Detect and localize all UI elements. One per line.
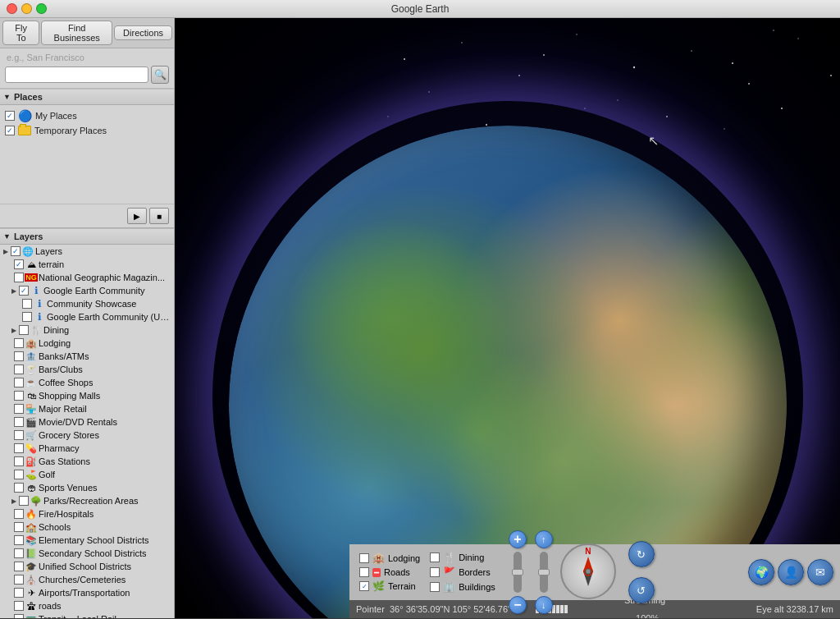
bottom-roads-icon: ━	[372, 568, 381, 577]
email-button[interactable]: ✉	[807, 559, 833, 585]
grocery-checkbox[interactable]	[14, 430, 24, 440]
map-area[interactable]: ↖ Image © 2005 MDA EarthSat ©2005 Google…	[175, 18, 840, 618]
tilt-up-button[interactable]: ↑	[535, 530, 553, 548]
layer-item-golf[interactable]: ⛳ Golf	[0, 468, 174, 481]
search-button[interactable]: 🔍	[151, 66, 169, 84]
layer-item-lodging[interactable]: 🏨 Lodging	[0, 337, 174, 350]
bottom-roads-checkbox[interactable]	[359, 567, 369, 577]
zoom-out-button[interactable]: −	[509, 596, 527, 614]
close-button[interactable]	[7, 3, 17, 14]
shopping-checkbox[interactable]	[14, 391, 24, 401]
layer-item-dining[interactable]: ▶ 🍴 Dining	[0, 323, 174, 337]
sports-checkbox[interactable]	[14, 483, 24, 493]
layer-item-parks[interactable]: ▶ 🌳 Parks/Recreation Areas	[0, 494, 174, 507]
layer-item-grocery[interactable]: 🛒 Grocery Stores	[0, 429, 174, 442]
places-section-header[interactable]: ▼ Places	[0, 89, 174, 105]
bottom-controls: 🏨 Lodging ━ Roads 🌿 Terrain �	[349, 544, 840, 600]
layer-item-terrain[interactable]: ⛰ terrain	[0, 258, 174, 271]
layer-item-coffee[interactable]: ☕ Coffee Shops	[0, 376, 174, 389]
layer-item-sports[interactable]: 🏟 Sports Venues	[0, 481, 174, 494]
sidebar: Fly To Find Businesses Directions e.g., …	[0, 18, 175, 618]
retail-checkbox[interactable]	[14, 404, 24, 414]
globe-container[interactable]: ↖ Image © 2005 MDA EarthSat ©2005 Google	[175, 18, 840, 618]
street-view-button[interactable]: 👤	[778, 559, 804, 585]
find-businesses-tab[interactable]: Find Businesses	[41, 21, 112, 45]
transit-local-checkbox[interactable]	[14, 614, 24, 618]
flyto-tab[interactable]: Fly To	[2, 21, 39, 45]
compass[interactable]: N	[560, 543, 618, 601]
terrain-checkbox[interactable]	[14, 259, 24, 269]
rotate-cw-button[interactable]: ↻	[628, 541, 655, 567]
layers-root-checkbox[interactable]	[11, 246, 21, 256]
layer-item-banks[interactable]: 🏦 Banks/ATMs	[0, 350, 174, 363]
bottom-lodging-checkbox[interactable]	[359, 553, 369, 563]
directions-tab[interactable]: Directions	[114, 25, 172, 40]
bottom-borders-checkbox[interactable]	[430, 567, 440, 577]
movie-checkbox[interactable]	[14, 417, 24, 427]
places-item-my-places[interactable]: 🔵 My Places	[0, 108, 174, 124]
layer-item-layers-root[interactable]: ▶ 🌐 Layers	[0, 245, 174, 258]
secondary-checkbox[interactable]	[14, 548, 24, 558]
elementary-checkbox[interactable]	[14, 535, 24, 545]
bottom-dining-checkbox[interactable]	[430, 553, 440, 562]
maximize-button[interactable]	[36, 3, 47, 14]
zoom-thumb[interactable]	[512, 569, 523, 575]
places-arrow-icon: ▼	[3, 93, 11, 101]
roads-checkbox[interactable]	[14, 601, 24, 611]
gas-checkbox[interactable]	[14, 456, 24, 466]
my-places-checkbox[interactable]	[5, 111, 15, 121]
layer-item-bars[interactable]: 🍸 Bars/Clubs	[0, 363, 174, 376]
layer-item-natgeo[interactable]: NG National Geographic Magazin...	[0, 271, 174, 284]
natgeo-checkbox[interactable]	[14, 273, 24, 282]
layer-item-pharmacy[interactable]: 💊 Pharmacy	[0, 442, 174, 455]
banks-checkbox[interactable]	[14, 351, 24, 361]
minimize-button[interactable]	[21, 3, 32, 14]
coffee-checkbox[interactable]	[14, 378, 24, 387]
layer-item-google-community-unr[interactable]: ℹ Google Earth Community (Unr...	[0, 310, 174, 323]
rotate-ccw-button[interactable]: ↺	[628, 577, 655, 603]
bottom-buildings-checkbox[interactable]	[430, 582, 440, 592]
pharmacy-checkbox[interactable]	[14, 443, 24, 453]
google-community-unr-checkbox[interactable]	[22, 312, 32, 322]
fire-checkbox[interactable]	[14, 509, 24, 519]
layer-item-unified[interactable]: 🎓 Unified School Districts	[0, 560, 174, 573]
parks-checkbox[interactable]	[19, 496, 29, 506]
layer-item-community-showcase[interactable]: ℹ Community Showcase	[0, 297, 174, 310]
layer-item-gas[interactable]: ⛽ Gas Stations	[0, 455, 174, 468]
layer-item-schools[interactable]: 🏫 Schools	[0, 520, 174, 534]
play-button[interactable]: ▶	[127, 208, 147, 224]
temporary-places-checkbox[interactable]	[5, 126, 15, 135]
bottom-terrain-checkbox[interactable]	[359, 581, 369, 591]
layer-item-elementary[interactable]: 📚 Elementary School Districts	[0, 534, 174, 547]
unified-checkbox[interactable]	[14, 562, 24, 571]
search-input[interactable]	[5, 66, 148, 83]
dining-checkbox[interactable]	[19, 325, 29, 335]
schools-checkbox[interactable]	[14, 522, 24, 532]
layer-item-retail[interactable]: 🏪 Major Retail	[0, 402, 174, 415]
schools-label: Schools	[39, 522, 71, 532]
zoom-in-button[interactable]: +	[509, 530, 527, 548]
layer-item-roads[interactable]: 🛣 roads	[0, 599, 174, 612]
earth-view-button[interactable]: 🌍	[748, 559, 774, 585]
golf-checkbox[interactable]	[14, 470, 24, 479]
places-item-temporary[interactable]: Temporary Places	[0, 124, 174, 137]
tilt-thumb[interactable]	[538, 569, 550, 575]
community-showcase-checkbox[interactable]	[22, 299, 32, 309]
layer-item-churches[interactable]: ⛪ Churches/Cemeteries	[0, 573, 174, 586]
layer-item-movie[interactable]: 🎬 Movie/DVD Rentals	[0, 415, 174, 429]
bars-checkbox[interactable]	[14, 365, 24, 374]
layer-item-shopping[interactable]: 🛍 Shopping Malls	[0, 389, 174, 402]
stop-button[interactable]: ■	[149, 208, 169, 224]
google-community-checkbox[interactable]	[19, 286, 29, 296]
lodging-checkbox[interactable]	[14, 338, 24, 348]
layer-item-airports[interactable]: ✈ Airports/Transportation	[0, 586, 174, 599]
layer-item-fire[interactable]: 🔥 Fire/Hospitals	[0, 507, 174, 520]
layer-item-google-community[interactable]: ▶ ℹ Google Earth Community	[0, 284, 174, 297]
airports-checkbox[interactable]	[14, 588, 24, 598]
layers-section-header[interactable]: ▼ Layers	[0, 228, 174, 245]
churches-checkbox[interactable]	[14, 575, 24, 585]
layer-item-secondary[interactable]: 📗 Secondary School Districts	[0, 547, 174, 560]
tilt-down-button[interactable]: ↓	[535, 596, 553, 614]
layer-item-transit-local[interactable]: 🚃 Transit -- Local Rail	[0, 612, 174, 618]
coffee-icon: ☕	[25, 377, 37, 388]
